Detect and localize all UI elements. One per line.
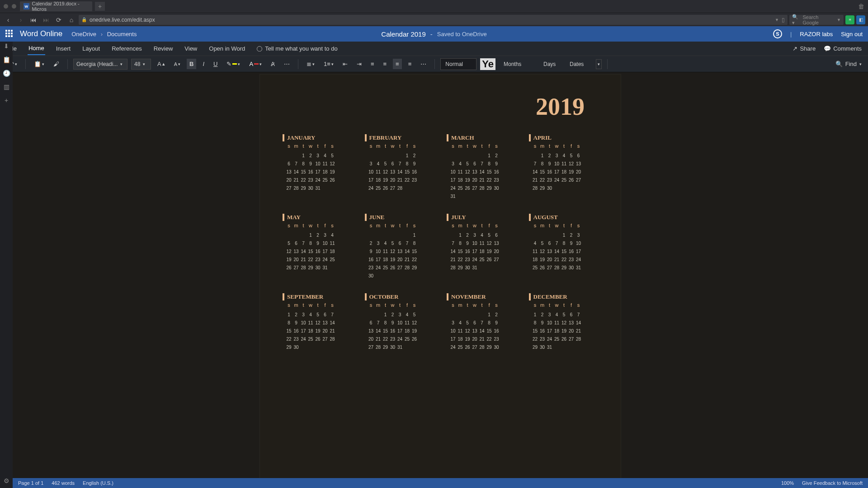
tab-home[interactable]: Home (28, 42, 45, 55)
window-dot[interactable] (12, 4, 16, 9)
tab-view[interactable]: View (184, 42, 198, 55)
feedback-link[interactable]: Give Feedback to Microsoft (802, 480, 863, 486)
tab-review[interactable]: Review (153, 42, 174, 55)
app-launcher-icon[interactable] (5, 30, 14, 38)
search-placeholder: Search Google (803, 14, 835, 25)
more-font-button[interactable]: ⋯ (281, 59, 292, 69)
clear-format-button[interactable]: A̷ (268, 59, 278, 69)
share-button[interactable]: ↗ Share (793, 45, 816, 52)
ffwd-button[interactable]: ⏭ (41, 14, 52, 25)
sign-out-link[interactable]: Sign out (841, 31, 863, 38)
open-in-word[interactable]: Open in Word (208, 42, 246, 55)
month-days: 1234567891011121314151617181920212223242… (449, 153, 516, 200)
grow-font-button[interactable]: A▴ (155, 59, 168, 69)
word-count[interactable]: 462 words (52, 480, 75, 486)
document-title[interactable]: Calendar 2019 (381, 30, 425, 38)
month-days: 1234567891011121314151617181920212223242… (532, 312, 599, 351)
find-button[interactable]: 🔍 Find ▾ (835, 61, 862, 67)
app-name: Word Online (20, 29, 62, 38)
align-left-button[interactable]: ≡ (368, 59, 377, 69)
reload-button[interactable]: ⟳ (53, 14, 64, 25)
font-size-select[interactable]: 48 ▾ (131, 59, 151, 70)
italic-button[interactable]: I (200, 59, 207, 69)
style-year-preview[interactable]: Ye (480, 58, 495, 70)
more-para-button[interactable]: ⋯ (418, 59, 429, 69)
page-indicator[interactable]: Page 1 of 1 (18, 480, 43, 486)
style-months[interactable]: Months (499, 58, 535, 70)
tenant-label[interactable]: RAZOR labs (800, 31, 833, 38)
reader-icon[interactable]: ▯ (782, 17, 785, 23)
month-name: FEBRUARY (365, 134, 434, 141)
tell-me[interactable]: Tell me what you want to do (256, 42, 338, 55)
breadcrumb-root[interactable]: OneDrive (71, 31, 96, 38)
rewind-button[interactable]: ⏮ (28, 14, 39, 25)
paste-button[interactable]: 📋▾ (31, 59, 47, 69)
back-button[interactable]: ‹ (3, 14, 14, 25)
style-label: Dates (570, 61, 584, 67)
download-icon[interactable]: ⬇ (4, 42, 9, 50)
home-button[interactable]: ⌂ (66, 14, 77, 25)
font-color-button[interactable]: A▾ (246, 59, 264, 69)
align-justify-button[interactable]: ≡ (406, 59, 415, 69)
url-bar[interactable]: 🔒 onedrive.live.com/edit.aspx ▼ ▯ (79, 15, 788, 25)
month-days: 1234567891011121314151617181920212223242… (449, 233, 516, 272)
month-august: AUGUSTsmtwtfs123456789101112131415161718… (529, 214, 599, 280)
window-icon[interactable]: ▥ (4, 83, 9, 90)
align-right-button[interactable]: ≡ (393, 59, 402, 69)
window-dot[interactable] (4, 4, 8, 9)
dropdown-icon[interactable]: ▼ (837, 18, 841, 22)
tab-insert[interactable]: Insert (55, 42, 72, 55)
style-normal[interactable]: Normal (440, 58, 476, 70)
bullets-button[interactable]: ≣▾ (304, 59, 317, 69)
styles-expand-icon[interactable]: ▾ (596, 59, 602, 69)
extension-icon[interactable]: ◧ (856, 15, 865, 24)
browser-tab[interactable]: W Calendar 2019.docx - Micros (20, 1, 92, 11)
style-label: Months (504, 61, 521, 67)
breadcrumb: OneDrive › Documents (71, 31, 137, 38)
font-family-select[interactable]: Georgia (Headi... ▾ (73, 59, 127, 70)
zoom-level[interactable]: 100% (781, 480, 794, 486)
bold-button[interactable]: B (187, 59, 196, 69)
month-name: MAY (283, 214, 352, 221)
word-header: Word Online OneDrive › Documents Calenda… (0, 26, 868, 42)
skype-icon[interactable]: S (773, 29, 782, 38)
month-name: APRIL (529, 134, 599, 141)
style-days[interactable]: Days (539, 58, 561, 70)
url-text: onedrive.live.com/edit.aspx (90, 17, 155, 23)
outdent-button[interactable]: ⇤ (340, 59, 350, 69)
forward-button[interactable]: › (15, 14, 26, 25)
tab-references[interactable]: References (111, 42, 142, 55)
month-september: SEPTEMBERsmtwtfs123456789101112131415161… (283, 293, 352, 351)
language-indicator[interactable]: English (U.S.) (83, 480, 113, 486)
gear-icon[interactable]: ⚙ (4, 477, 9, 484)
month-december: DECEMBERsmtwtfs1234567891011121314151617… (529, 293, 599, 351)
trash-icon[interactable]: 🗑 (858, 3, 864, 10)
format-painter-button[interactable]: 🖌 (51, 59, 62, 69)
day-headers: smtwtfs (449, 143, 516, 149)
indent-button[interactable]: ⇥ (354, 59, 364, 69)
document-page[interactable]: 2019 JANUARYsmtwtfs123456789101112131415… (259, 74, 621, 478)
new-tab-button[interactable]: + (95, 2, 105, 11)
numbering-button[interactable]: 1≡▾ (321, 59, 336, 69)
style-dates[interactable]: Dates (565, 58, 592, 70)
history-icon[interactable]: 🕘 (3, 70, 10, 77)
underline-button[interactable]: U (211, 59, 220, 69)
day-headers: smtwtfs (532, 302, 599, 308)
tab-layout[interactable]: Layout (81, 42, 101, 55)
shrink-font-button[interactable]: A▾ (171, 60, 183, 69)
add-icon[interactable]: + (5, 97, 8, 104)
day-headers: smtwtfs (285, 223, 352, 228)
search-engine-box[interactable]: 🔍▾ Search Google ▼ (789, 15, 844, 25)
breadcrumb-folder[interactable]: Documents (107, 31, 137, 38)
extension-icon[interactable]: ✶ (845, 15, 854, 24)
dropdown-icon[interactable]: ▼ (775, 18, 779, 22)
month-name: OCTOBER (365, 293, 434, 300)
month-name: SEPTEMBER (283, 293, 352, 300)
document-canvas[interactable]: 2019 JANUARYsmtwtfs123456789101112131415… (13, 72, 868, 478)
month-days: 1234567891011121314151617181920212223242… (368, 233, 434, 280)
clipboard-icon[interactable]: 📋 (3, 56, 10, 63)
highlight-button[interactable]: ✎▾ (224, 59, 243, 69)
align-center-button[interactable]: ≡ (381, 59, 390, 69)
font-size-value: 48 (134, 61, 140, 67)
comments-button[interactable]: 💬 Comments (824, 45, 862, 52)
